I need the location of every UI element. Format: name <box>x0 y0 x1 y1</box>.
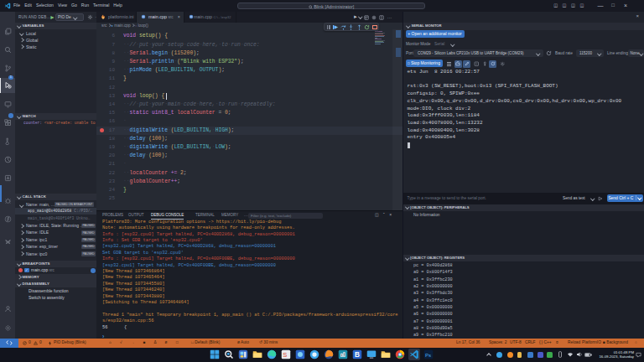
svg-text:Ps: Ps <box>425 353 431 358</box>
svg-text:S: S <box>283 351 287 359</box>
svg-text:B: B <box>355 351 360 359</box>
